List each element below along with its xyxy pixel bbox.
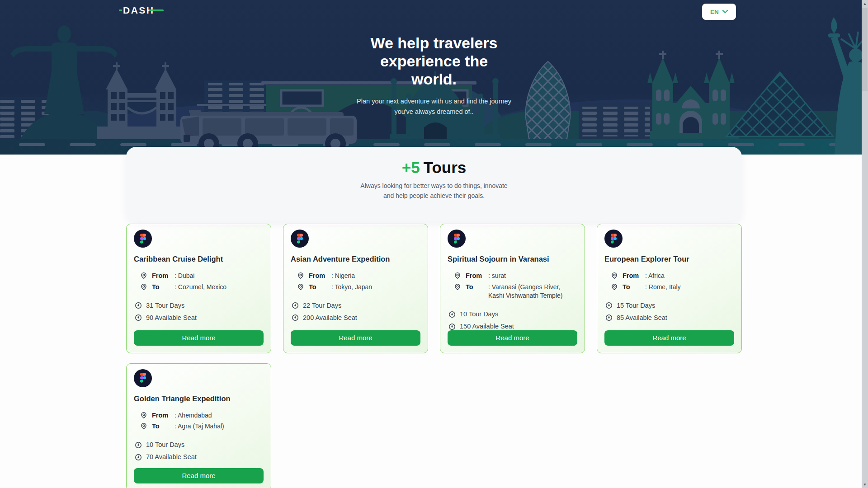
hero-section: DASH EN We help travelers experience the…: [0, 0, 868, 155]
location-pin-icon: [140, 422, 147, 430]
figma-logo-icon: [140, 234, 146, 244]
location-pin-icon: [454, 283, 461, 291]
tour-from-row: From : surat: [448, 272, 577, 281]
availability-value: 70 Available Seat: [146, 453, 197, 460]
tour-availability-row: 200 Available Seat: [291, 314, 420, 321]
tour-from-row: From : Dubai: [134, 272, 264, 281]
location-pin-icon: [611, 283, 618, 291]
duration-value: 15 Tour Days: [617, 302, 655, 309]
availability-value: 85 Available Seat: [617, 314, 667, 321]
brand-logo[interactable]: DASH: [123, 5, 155, 16]
read-more-button[interactable]: Read more: [134, 330, 264, 346]
tour-title: Asian Adventure Expedition: [291, 255, 420, 263]
duration-value: 10 Tour Days: [460, 310, 498, 318]
location-pin-icon: [297, 272, 304, 279]
tour-from-row: From : Africa: [604, 272, 734, 281]
tour-cards-grid: Caribbean Cruise Delight From : Dubai To…: [126, 224, 742, 488]
card-avatar: [604, 230, 623, 248]
tours-header-card: +5Tours Always looking for better ways t…: [126, 147, 742, 221]
tour-to-row: To : Tokyo, Japan: [291, 283, 420, 292]
location-pin-icon: [454, 272, 461, 279]
chevron-down-icon: [722, 10, 728, 14]
tours-heading: +5Tours: [126, 158, 742, 178]
read-more-button[interactable]: Read more: [448, 330, 577, 346]
clock-icon: [292, 302, 299, 309]
from-label: From: [466, 272, 488, 281]
to-label: To: [152, 422, 175, 431]
tours-subtitle: Always looking for better ways to do thi…: [126, 181, 742, 201]
clock-icon: [448, 311, 456, 318]
language-value: EN: [710, 9, 719, 15]
to-value: : Varanasi (Ganges River, Kashi Vishwana…: [488, 283, 577, 300]
availability-value: 90 Available Seat: [146, 314, 197, 321]
clock-icon: [135, 314, 142, 321]
tour-availability-row: 85 Available Seat: [604, 314, 734, 321]
from-value: : Nigeria: [331, 272, 420, 281]
to-value: : Tokyo, Japan: [331, 283, 420, 292]
tour-title: European Explorer Tour: [604, 255, 734, 263]
card-avatar: [134, 230, 152, 248]
hero-subtitle: Plan your next adventure with us and fin…: [294, 96, 574, 117]
triangle-down-icon[interactable]: ▼: [862, 481, 868, 488]
location-pin-icon: [140, 272, 147, 279]
tour-card: Asian Adventure Expedition From : Nigeri…: [283, 224, 428, 353]
from-label: From: [152, 411, 175, 420]
triangle-up-icon[interactable]: ▲: [862, 0, 868, 7]
figma-logo-icon: [297, 234, 303, 244]
card-avatar: [448, 230, 466, 248]
tour-from-row: From : Ahemdabad: [134, 411, 264, 420]
to-label: To: [466, 283, 488, 292]
tour-card: Golden Triangle Expedition From : Ahemda…: [126, 363, 271, 488]
language-selector[interactable]: EN: [702, 4, 736, 20]
tour-to-row: To : Cozumel, Mexico: [134, 283, 264, 292]
clock-icon: [135, 441, 142, 449]
figma-logo-icon: [140, 373, 146, 383]
from-value: : Africa: [645, 272, 734, 281]
location-pin-icon: [297, 283, 304, 291]
duration-value: 22 Tour Days: [303, 302, 341, 309]
from-label: From: [152, 272, 175, 281]
logo-accent-left: [119, 9, 122, 11]
scrollbar-thumb[interactable]: [862, 8, 868, 91]
card-avatar: [291, 230, 309, 248]
from-label: From: [623, 272, 645, 281]
tour-availability-row: 90 Available Seat: [134, 314, 264, 321]
to-value: : Agra (Taj Mahal): [175, 422, 264, 431]
card-avatar: [134, 369, 152, 387]
tour-duration-row: 10 Tour Days: [134, 441, 264, 449]
hero-title: We help travelers experience the world.: [294, 34, 574, 88]
from-value: : Dubai: [175, 272, 264, 281]
read-more-button[interactable]: Read more: [134, 468, 264, 483]
hero-copy: We help travelers experience the world. …: [294, 34, 574, 117]
tours-heading-label: Tours: [424, 159, 467, 176]
tour-card: Caribbean Cruise Delight From : Dubai To…: [126, 224, 271, 353]
tour-from-row: From : Nigeria: [291, 272, 420, 281]
clock-icon: [605, 314, 613, 321]
vertical-scrollbar[interactable]: ▲ ▼: [862, 0, 868, 488]
tour-title: Spiritual Sojourn in Varanasi: [448, 255, 577, 263]
figma-logo-icon: [610, 234, 617, 244]
read-more-button[interactable]: Read more: [604, 330, 734, 346]
tour-to-row: To : Agra (Taj Mahal): [134, 422, 264, 431]
clock-icon: [448, 323, 456, 330]
to-value: : Cozumel, Mexico: [175, 283, 264, 292]
duration-value: 10 Tour Days: [146, 441, 184, 448]
tour-duration-row: 22 Tour Days: [291, 301, 420, 309]
availability-value: 150 Available Seat: [460, 323, 514, 330]
tour-to-row: To : Rome, Italy: [604, 283, 734, 292]
travel-landing-page: DASH EN We help travelers experience the…: [0, 0, 868, 488]
location-pin-icon: [611, 272, 618, 279]
tour-availability-row: 150 Available Seat: [448, 323, 577, 330]
clock-icon: [292, 314, 299, 321]
availability-value: 200 Available Seat: [303, 314, 357, 321]
read-more-button[interactable]: Read more: [291, 330, 420, 346]
tours-count: +5: [402, 159, 420, 176]
tour-card: Spiritual Sojourn in Varanasi From : sur…: [440, 224, 585, 353]
tour-duration-row: 10 Tour Days: [448, 310, 577, 318]
from-value: : surat: [488, 272, 577, 281]
tour-card: European Explorer Tour From : Africa To …: [597, 224, 742, 353]
to-label: To: [623, 283, 645, 292]
to-label: To: [152, 283, 175, 292]
from-label: From: [309, 272, 331, 281]
location-pin-icon: [140, 283, 147, 291]
